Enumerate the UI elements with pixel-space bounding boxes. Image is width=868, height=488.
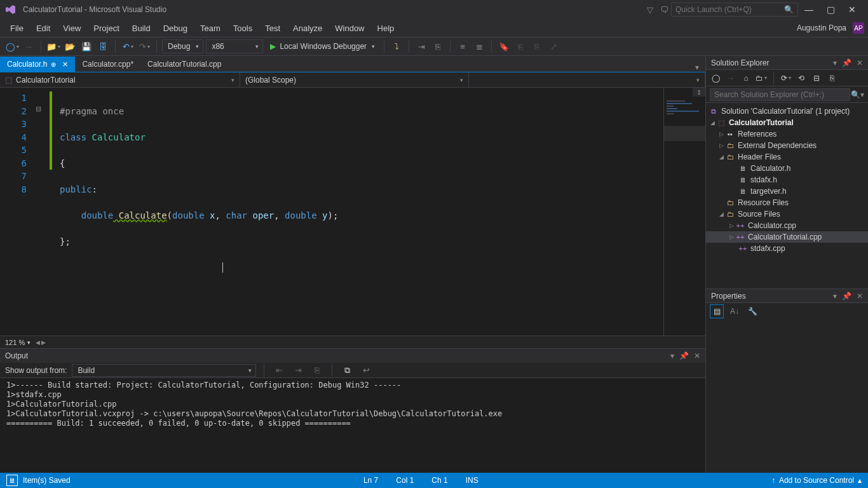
menu-view[interactable]: View <box>57 24 87 33</box>
code-minimap[interactable]: ⇕ <box>663 88 705 336</box>
chevron-right-icon[interactable]: ▷ <box>728 234 735 240</box>
file-stdafx-cpp[interactable]: ++stdafx.cpp <box>706 243 868 254</box>
external-deps-node[interactable]: ▷🗀External Dependencies <box>706 140 868 151</box>
menu-tools[interactable]: Tools <box>227 24 259 33</box>
bookmark-icon[interactable]: 🔖 <box>497 39 511 53</box>
output-header[interactable]: Output ▾ 📌 ✕ <box>0 349 705 363</box>
close-icon[interactable]: ✕ <box>62 60 68 69</box>
se-search-input[interactable] <box>710 88 850 101</box>
menu-test[interactable]: Test <box>259 24 287 33</box>
panel-dropdown-icon[interactable]: ▾ <box>833 58 837 67</box>
scroll-arrows[interactable]: ◀▶ <box>36 339 46 346</box>
publish-icon[interactable]: ↑ <box>771 476 775 485</box>
panel-pin-icon[interactable]: 📌 <box>679 351 689 360</box>
step-icon[interactable]: ⤵ <box>390 39 403 53</box>
se-back-icon[interactable]: ◯ <box>710 72 721 84</box>
panel-close-icon[interactable]: ✕ <box>694 351 700 360</box>
source-files-node[interactable]: ◢🗀Source Files <box>706 208 868 220</box>
se-fwd-icon[interactable]: → <box>725 72 736 84</box>
save-button[interactable]: 💾 <box>79 39 93 53</box>
output-text[interactable]: 1>------ Build started: Project: Calcula… <box>0 378 705 473</box>
tab-calculatortutorial-cpp[interactable]: CalculatorTutorial.cpp <box>140 57 228 72</box>
hex-toggle-icon[interactable]: ⇥ <box>414 39 428 53</box>
scope-combo[interactable]: (Global Scope) <box>240 72 469 88</box>
menu-analyze[interactable]: Analyze <box>287 24 329 33</box>
panel-pin-icon[interactable]: 📌 <box>842 58 851 67</box>
se-refresh-icon[interactable]: ⟲ <box>796 72 807 84</box>
open-file-button[interactable]: 📂 <box>63 39 77 53</box>
properties-header[interactable]: Properties ▾ 📌 ✕ <box>706 289 868 303</box>
zoom-level[interactable]: 121 % <box>5 339 25 346</box>
platform-combo[interactable]: x86 <box>206 39 263 53</box>
project-node[interactable]: ◢⬚CalculatorTutorial <box>706 117 868 128</box>
toolbar-icon-3[interactable]: ⎘ <box>530 39 544 53</box>
references-node[interactable]: ▷▪▪References <box>706 128 868 140</box>
se-scope-icon[interactable]: 🗀 <box>756 72 767 84</box>
output-clear-icon[interactable]: ⎘ <box>310 363 324 377</box>
output-wrap-icon[interactable]: ↩ <box>359 363 373 377</box>
chevron-down-icon[interactable]: ◢ <box>717 154 725 160</box>
output-source-combo[interactable]: Build <box>72 364 256 377</box>
panel-pin-icon[interactable]: 📌 <box>842 292 851 301</box>
output-next-icon[interactable]: ⇥ <box>291 363 305 377</box>
resource-files-node[interactable]: 🗀Resource Files <box>706 197 868 208</box>
pin-icon[interactable]: ⊕ <box>51 61 56 68</box>
redo-button[interactable]: ↷ <box>137 39 151 53</box>
chevron-right-icon[interactable]: ▷ <box>728 222 735 229</box>
new-project-button[interactable]: 📁 <box>46 39 60 53</box>
collapse-icon[interactable]: ⊟ <box>36 105 41 113</box>
chevron-up-icon[interactable]: ▴ <box>858 476 862 485</box>
alphabetical-icon[interactable]: A↓ <box>728 304 742 318</box>
search-icon[interactable]: 🔍▾ <box>850 90 864 99</box>
file-calculator-h[interactable]: 🗎Calculator.h <box>706 163 868 174</box>
se-collapse-icon[interactable]: ⊟ <box>811 72 822 84</box>
indent-less-icon[interactable]: ≡ <box>456 39 470 53</box>
menu-window[interactable]: Window <box>329 24 370 33</box>
notification-icon[interactable]: 🗎 <box>6 475 18 486</box>
start-debugging-button[interactable]: ▶Local Windows Debugger <box>266 39 379 53</box>
navigate-forward-button[interactable]: → <box>22 39 36 53</box>
navigate-back-button[interactable]: ◯ <box>5 39 19 53</box>
code-editor[interactable]: 12345678 ⊟ #pragma once class Calculator… <box>0 88 705 336</box>
se-properties-icon[interactable]: ⎘ <box>826 72 837 84</box>
tab-calculator-cpp[interactable]: Calculator.cpp* <box>75 57 140 72</box>
chevron-right-icon[interactable]: ▷ <box>717 142 725 149</box>
zoom-dropdown-icon[interactable]: ▾ <box>27 339 31 346</box>
toolbar-icon-4[interactable]: ⤢ <box>546 39 560 53</box>
menu-team[interactable]: Team <box>194 24 227 33</box>
toolbar-icon-2[interactable]: ⎗ <box>513 39 527 53</box>
panel-close-icon[interactable]: ✕ <box>857 58 863 67</box>
categorized-icon[interactable]: ▤ <box>710 304 724 318</box>
chevron-down-icon[interactable]: ◢ <box>717 211 725 217</box>
file-targetver-h[interactable]: 🗎targetver.h <box>706 186 868 197</box>
solution-explorer-header[interactable]: Solution Explorer ▾ 📌 ✕ <box>706 56 868 70</box>
code-content[interactable]: #pragma once class Calculator { public: … <box>55 88 663 336</box>
panel-dropdown-icon[interactable]: ▾ <box>833 292 837 301</box>
avatar[interactable]: AP <box>853 22 864 34</box>
save-all-button[interactable]: 🗄 <box>96 39 110 53</box>
property-pages-icon[interactable]: 🔧 <box>745 304 759 318</box>
minimize-button[interactable]: — <box>798 4 820 15</box>
menu-project[interactable]: Project <box>87 24 125 33</box>
close-button[interactable]: ✕ <box>841 4 863 15</box>
menu-build[interactable]: Build <box>126 24 157 33</box>
split-icon[interactable]: ⇕ <box>693 88 705 97</box>
solution-node[interactable]: ⧉Solution 'CalculatorTutorial' (1 projec… <box>706 105 868 117</box>
file-calculator-cpp[interactable]: ▷++Calculator.cpp <box>706 220 868 231</box>
tab-calculator-h[interactable]: Calculator.h ⊕ ✕ <box>0 57 75 72</box>
solution-tree[interactable]: ⧉Solution 'CalculatorTutorial' (1 projec… <box>706 103 868 288</box>
se-sync-icon[interactable]: ⟳ <box>780 72 792 84</box>
panel-close-icon[interactable]: ✕ <box>857 292 863 301</box>
quick-launch-input[interactable] <box>675 5 784 14</box>
menu-help[interactable]: Help <box>371 24 401 33</box>
se-home-icon[interactable]: ⌂ <box>740 72 752 84</box>
menu-debug[interactable]: Debug <box>157 24 194 33</box>
toolbar-icon-1[interactable]: ⎘ <box>431 39 445 53</box>
chevron-down-icon[interactable]: ◢ <box>709 119 716 126</box>
project-context-combo[interactable]: ⬚ CalculatorTutorial <box>0 72 240 88</box>
add-source-control[interactable]: Add to Source Control <box>779 476 854 485</box>
header-files-node[interactable]: ◢🗀Header Files <box>706 151 868 163</box>
signed-in-user[interactable]: Augustin Popa <box>797 24 849 32</box>
file-stdafx-h[interactable]: 🗎stdafx.h <box>706 174 868 186</box>
chevron-right-icon[interactable]: ▷ <box>717 131 725 137</box>
